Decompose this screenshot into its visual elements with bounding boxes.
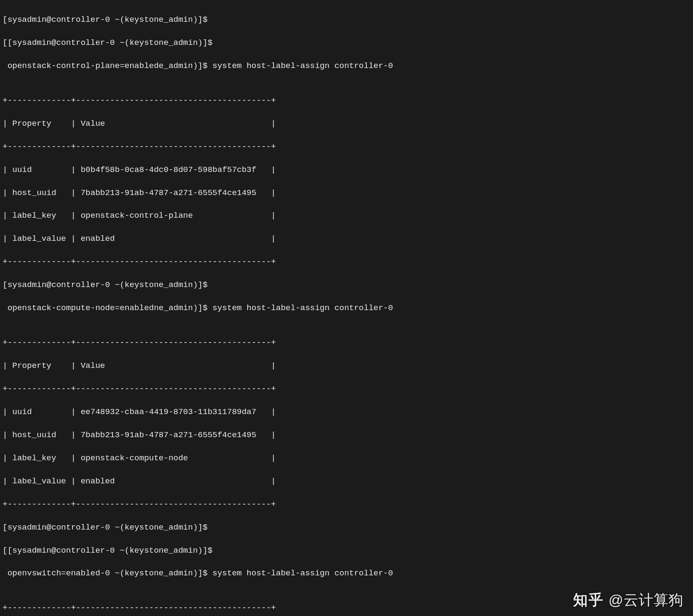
command-line: openvswitch=enabled-0 ~(keystone_admin)]… — [3, 568, 691, 579]
table-row: | host_uuid | 7babb213-91ab-4787-a271-65… — [3, 187, 691, 199]
table-row: | host_uuid | 7babb213-91ab-4787-a271-65… — [3, 429, 691, 441]
table-row: | label_key | openstack-compute-node | — [3, 453, 691, 464]
prompt-line: [sysadmin@controller-0 ~(keystone_admin)… — [3, 522, 691, 533]
table-row: | label_value | enabled | — [3, 233, 691, 245]
command-line: openstack-control-plane=enablede_admin)]… — [3, 60, 691, 72]
watermark-logo: 知乎 — [573, 592, 604, 608]
prompt-line: [sysadmin@controller-0 ~(keystone_admin)… — [3, 279, 691, 291]
command-line: openstack-compute-node=enabledne_admin)]… — [3, 302, 691, 314]
watermark-author: @云计算狗 — [604, 592, 684, 608]
table-separator: +-------------+-------------------------… — [3, 256, 691, 268]
table-separator: +-------------+-------------------------… — [3, 141, 691, 153]
table-header: | Property | Value | — [3, 360, 691, 372]
watermark: 知乎 @云计算狗 — [573, 589, 684, 610]
terminal-output[interactable]: [sysadmin@controller-0 ~(keystone_admin)… — [0, 0, 693, 616]
table-row: | uuid | b0b4f58b-0ca8-4dc0-8d07-598baf5… — [3, 164, 691, 176]
prompt-line: [[sysadmin@controller-0 ~(keystone_admin… — [3, 545, 691, 557]
prompt-line: [[sysadmin@controller-0 ~(keystone_admin… — [3, 37, 691, 49]
table-separator: +-------------+-------------------------… — [3, 337, 691, 349]
table-header: | Property | Value | — [3, 118, 691, 130]
prompt-line: [sysadmin@controller-0 ~(keystone_admin)… — [3, 14, 691, 26]
table-separator: +-------------+-------------------------… — [3, 499, 691, 510]
table-row: | uuid | ee748932-cbaa-4419-8703-11b3117… — [3, 406, 691, 418]
table-separator: +-------------+-------------------------… — [3, 95, 691, 107]
table-separator: +-------------+-------------------------… — [3, 383, 691, 395]
table-row: | label_value | enabled | — [3, 476, 691, 487]
table-row: | label_key | openstack-control-plane | — [3, 210, 691, 222]
